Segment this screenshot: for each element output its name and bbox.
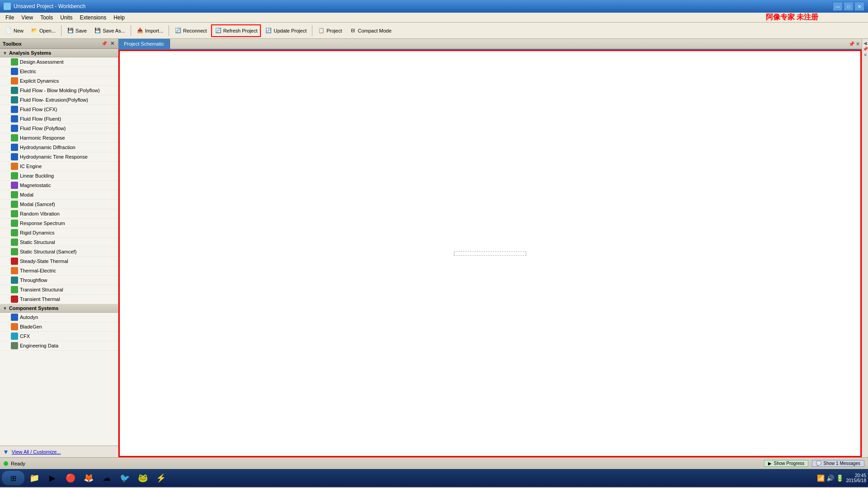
list-item[interactable]: IC Engine <box>0 162 118 171</box>
list-item[interactable]: Transient Structural <box>0 285 118 295</box>
list-item[interactable]: Rigid Dynamics <box>0 228 118 238</box>
taskbar-app-explorer[interactable]: 📁 <box>26 471 42 485</box>
project-schematic-tab[interactable]: Project Schematic <box>118 39 170 49</box>
compact-mode-button[interactable]: ⊟ Compact Mode <box>346 24 395 37</box>
taskbar-app-cloud[interactable]: ☁ <box>99 471 115 485</box>
window-controls[interactable]: — □ ✕ <box>833 2 864 11</box>
reconnect-button[interactable]: 🔄 Reconnect <box>171 24 210 37</box>
taskbar-app-lightning[interactable]: ⚡ <box>153 471 169 485</box>
list-item[interactable]: Design Assessment <box>0 57 118 67</box>
open-button[interactable]: 📂 Open... <box>28 24 59 37</box>
minimize-button[interactable]: — <box>833 2 843 11</box>
list-item[interactable]: Thermal-Electric <box>0 266 118 276</box>
list-item[interactable]: Hydrodynamic Time Response <box>0 152 118 162</box>
refresh-project-button[interactable]: 🔄 Refresh Project <box>211 24 261 37</box>
list-item[interactable]: Steady-State Thermal <box>0 257 118 266</box>
taskbar-app-bird[interactable]: 🐦 <box>117 471 133 485</box>
item-icon <box>11 267 18 274</box>
start-button[interactable]: ⊞ <box>2 471 24 485</box>
item-label: Modal (Samcef) <box>20 202 55 207</box>
update-project-icon: 🔃 <box>265 27 272 34</box>
list-item[interactable]: CFX <box>0 332 118 341</box>
update-project-button[interactable]: 🔃 Update Project <box>262 24 310 37</box>
list-item[interactable]: Linear Buckling <box>0 171 118 181</box>
save-as-button[interactable]: 💾 Save As... <box>91 24 128 37</box>
taskbar-app-frog[interactable]: 🐸 <box>135 471 151 485</box>
clock-date: 2015/6/18 <box>846 478 867 483</box>
item-icon <box>11 144 18 151</box>
new-icon: 📄 <box>5 27 12 34</box>
item-label: Static Structural (Samcef) <box>20 249 76 254</box>
new-label: New <box>14 28 24 33</box>
list-item[interactable]: Autodyn <box>0 313 118 322</box>
list-item[interactable]: Fluid Flow (CFX) <box>0 105 118 114</box>
list-item[interactable]: Harmonic Response <box>0 133 118 143</box>
status-bar: Ready ▶ Show Progress 💬 Show 1 Messages <box>0 457 868 469</box>
clock-time: 20:45 <box>846 473 867 478</box>
filter-icon: ▼ <box>3 448 9 455</box>
import-button[interactable]: 📥 Import... <box>133 24 166 37</box>
list-item[interactable]: Fluid Flow - Blow Molding (Polyflow) <box>0 86 118 95</box>
save-icon: 💾 <box>67 27 74 34</box>
menu-file[interactable]: File <box>2 14 18 22</box>
list-item[interactable]: Fluid Flow (Polyflow) <box>0 124 118 133</box>
list-item[interactable]: Explicit Dynamics <box>0 76 118 86</box>
item-icon <box>11 153 18 160</box>
right-panel-close[interactable]: ✕ <box>863 52 867 57</box>
save-button[interactable]: 💾 Save <box>64 24 90 37</box>
taskbar-app-media[interactable]: ▶ <box>44 471 61 485</box>
list-item[interactable]: Modal (Samcef) <box>0 200 118 209</box>
item-label: Static Structural <box>20 239 55 245</box>
menu-help[interactable]: Help <box>110 14 128 22</box>
project-button[interactable]: 📋 Project <box>315 24 345 37</box>
item-icon <box>11 220 18 227</box>
toolbox-title: Toolbox <box>3 41 22 47</box>
item-icon <box>11 201 18 208</box>
show-messages-button[interactable]: 💬 Show 1 Messages <box>812 460 864 467</box>
component-systems-section[interactable]: ▼ Component Systems <box>0 304 118 313</box>
right-panel-expand[interactable]: ◀ <box>863 41 867 46</box>
schematic-tab-controls[interactable]: 📌 ✕ <box>849 41 862 47</box>
schematic-close-button[interactable]: ✕ <box>856 41 860 47</box>
toolbox-pin-button[interactable]: 📌 <box>100 41 108 47</box>
list-item[interactable]: Modal <box>0 190 118 200</box>
list-item[interactable]: Random Vibration <box>0 209 118 219</box>
menu-extensions[interactable]: Extensions <box>76 14 110 22</box>
title-bar-left: Unsaved Project - Workbench <box>4 3 85 10</box>
list-item[interactable]: Throughflow <box>0 276 118 285</box>
maximize-button[interactable]: □ <box>844 2 854 11</box>
list-item[interactable]: Hydrodynamic Diffraction <box>0 143 118 152</box>
menu-tools[interactable]: Tools <box>37 14 57 22</box>
windows-logo: ⊞ <box>10 474 16 483</box>
item-label: Throughflow <box>20 277 47 283</box>
list-item[interactable]: Transient Thermal <box>0 295 118 304</box>
taskbar-app-security[interactable]: 🔴 <box>62 471 79 485</box>
toolbox-close-button[interactable]: ✕ <box>109 41 115 47</box>
app-icon <box>4 3 11 10</box>
view-all-link[interactable]: View All / Customize... <box>12 449 61 455</box>
list-item[interactable]: Fluid Flow- Extrusion(Polyflow) <box>0 95 118 105</box>
schematic-canvas[interactable] <box>118 50 862 457</box>
menu-units[interactable]: Units <box>57 14 76 22</box>
list-item[interactable]: Magnetostatic <box>0 181 118 190</box>
list-item[interactable]: Electric <box>0 67 118 76</box>
taskbar: ⊞ 📁 ▶ 🔴 🦊 ☁ 🐦 🐸 ⚡ 📶 🔊 🔋 20:45 2015/6/18 <box>0 469 868 487</box>
item-label: Fluid Flow (Fluent) <box>20 116 61 122</box>
list-item[interactable]: Response Spectrum <box>0 219 118 228</box>
analysis-systems-section[interactable]: ▼ Analysis Systems <box>0 49 118 57</box>
item-label: Linear Buckling <box>20 173 54 178</box>
list-item[interactable]: Static Structural (Samcef) <box>0 247 118 257</box>
new-button[interactable]: 📄 New <box>2 24 27 37</box>
close-button[interactable]: ✕ <box>854 2 864 11</box>
list-item[interactable]: Engineering Data <box>0 341 118 351</box>
right-panel-pin[interactable]: 📌 <box>863 47 868 52</box>
list-item[interactable]: Fluid Flow (Fluent) <box>0 114 118 124</box>
list-item[interactable]: Static Structural <box>0 238 118 247</box>
taskbar-app-firefox[interactable]: 🦊 <box>80 471 97 485</box>
show-progress-button[interactable]: ▶ Show Progress <box>764 460 808 467</box>
menu-view[interactable]: View <box>18 14 37 22</box>
list-item[interactable]: BladeGen <box>0 322 118 332</box>
schematic-pin-button[interactable]: 📌 <box>849 41 855 47</box>
toolbox-header-controls[interactable]: 📌 ✕ <box>100 41 115 47</box>
item-label: Electric <box>20 69 36 74</box>
